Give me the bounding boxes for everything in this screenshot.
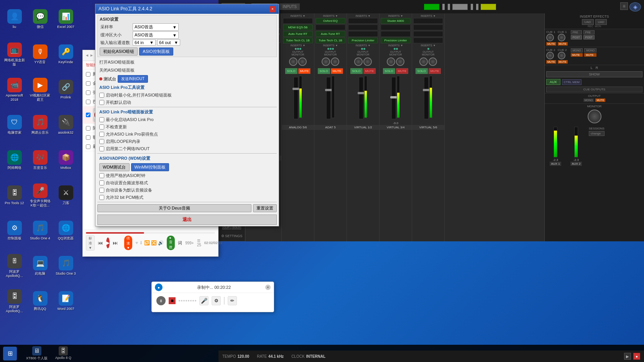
heart-btn-player[interactable]: ♥ (135, 240, 138, 246)
recording-close-btn[interactable]: × (265, 285, 271, 290)
desktop-icon-14[interactable]: 📦 MvBox (53, 143, 78, 177)
mute-button-ch4[interactable]: MUTE (363, 68, 376, 74)
desktop-icon-6[interactable]: 📹 Apowersoft 2018 (2, 72, 27, 107)
desktop-icon-21[interactable]: 🎚 阿波罗Apollo8Q... (2, 249, 27, 283)
knob2-ch4[interactable] (363, 57, 372, 66)
song-checkbox-3[interactable] (86, 90, 90, 95)
default-device-checkbox[interactable]: 自动设备为默认音频设备 (95, 187, 279, 194)
insert-slot-ch6-4[interactable] (413, 38, 443, 43)
pre-btn-1[interactable]: PRE (571, 30, 582, 34)
sample-rate-select[interactable]: ASIO首选 ▼ (133, 23, 179, 31)
insert-slot-ch5-3[interactable] (381, 31, 411, 37)
insert-slot-ch3-2[interactable] (315, 25, 345, 30)
start-button[interactable]: ⊞ (3, 347, 17, 360)
wdm-test-btn[interactable]: WDM测试台 (99, 163, 130, 171)
desktop-icon-0[interactable]: 👤 liu (2, 2, 27, 36)
next-button[interactable]: ⏭ (113, 240, 118, 246)
music-window-nav-fwd[interactable]: ▶ (90, 54, 93, 57)
desktop-icon-5[interactable]: 🔑 KeyFinde (53, 37, 78, 72)
insert-slot-ch2-3[interactable]: Auto-Tune RT (283, 31, 313, 37)
insert-slot-ch6-2[interactable] (413, 25, 443, 30)
tab-inputs[interactable]: INPUTS (279, 3, 300, 10)
song-checkbox-2[interactable] (86, 81, 90, 86)
cue1-knob-left[interactable] (546, 34, 554, 41)
insert-slot-ch6-3[interactable] (413, 31, 443, 37)
show-button[interactable]: SHOW (546, 71, 642, 77)
desktop-icon-4[interactable]: 🎙 YY语音 (28, 37, 53, 72)
insert-slot-ch3-3[interactable]: Auto-Tune RT (315, 31, 345, 37)
strict-clock-checkbox[interactable]: 使用严格的ASIO时钟 (95, 172, 279, 179)
mono-btn-1[interactable]: MONO (571, 48, 583, 52)
knob1-ch6[interactable] (419, 57, 428, 66)
song-checkbox-6[interactable] (86, 126, 90, 131)
sessions-change-btn[interactable]: change (589, 131, 605, 136)
play-btn[interactable]: ▶ (624, 353, 631, 360)
desktop-icon-17[interactable]: ⚔ 刀客 (53, 178, 78, 213)
speed-badge[interactable]: 倍速 ▼ (124, 236, 132, 250)
settings-btn[interactable]: ⚙ SETTINGS (219, 231, 245, 241)
solo-button-ch3[interactable]: SOLO (318, 68, 330, 74)
desktop-icon-10[interactable]: 🎵 网易云音乐 (28, 108, 53, 142)
open-panel-item[interactable]: 打开ASIO暗链面板 (95, 58, 279, 66)
solo-button-ch4[interactable]: SOLO (350, 68, 363, 74)
minimize-startup-checkbox[interactable]: 最小化启动ASIO Link Pro (95, 116, 279, 123)
in-channels-select[interactable]: 64 in ▼ (133, 39, 156, 46)
lyrics-btn[interactable]: 词 (178, 240, 182, 246)
ctrl-mem-button[interactable]: CTRL MEM (562, 79, 582, 85)
desktop-icon-8[interactable]: 🔗 Prolink (53, 72, 78, 107)
about-btn[interactable]: 关于O Deus音频 (97, 204, 251, 212)
knob2-ch6[interactable] (429, 57, 437, 66)
pcm32-checkbox[interactable]: 允许32 bit PCM格式 (95, 194, 279, 201)
no-update-checkbox[interactable]: 不检查更新 (95, 123, 279, 131)
send-in-out-btn[interactable]: 发送IN到OUT (118, 75, 148, 83)
prev-button[interactable]: ⏮ (98, 240, 103, 246)
karaoke-btn[interactable]: ● 音效 (167, 236, 175, 250)
insert-slot-ch5-2[interactable] (381, 25, 411, 30)
desktop-icon-22[interactable]: 💻 此电脑 (28, 249, 53, 283)
output-mute-btn[interactable]: MUTE (595, 98, 605, 102)
mute-btn-cue2-1[interactable]: MUTE (571, 53, 583, 57)
allow-focus-checkbox[interactable]: 允许ASIO Link Pro获得焦点 (95, 131, 279, 138)
song-checkbox-5[interactable] (86, 113, 90, 117)
insert-slot-ch4-2[interactable] (348, 25, 378, 30)
out-channels-select[interactable]: 64 out ▼ (157, 39, 180, 46)
cue2-mute-left[interactable]: MUTE (546, 60, 556, 64)
solo-button-ch6[interactable]: SOLO (416, 68, 428, 74)
recording-stop-btn[interactable]: ■ (169, 297, 176, 304)
desktop-icon-19[interactable]: 🎵 Studio One 4 (28, 213, 53, 248)
aux-button[interactable]: AUX (546, 79, 560, 85)
loop-btn[interactable]: 🔁 (144, 240, 150, 246)
desktop-icon-20[interactable]: 🌐 QQ浏览器 (53, 213, 78, 248)
output-mono-btn[interactable]: MONO (583, 98, 594, 102)
desktop-icon-24[interactable]: 🎛 阿波罗Apollo8Q... (2, 284, 27, 318)
cue2-knob-right[interactable] (558, 52, 565, 59)
play-pause-button[interactable]: ▶ (106, 238, 110, 248)
auto-format-checkbox[interactable]: 自动设置合频波形格式 (95, 179, 279, 187)
desktop-icon-2[interactable]: 📊 Excel 2007 (53, 2, 78, 36)
insert-slot-ch2-1[interactable] (283, 18, 313, 24)
insert-slot-ch3-1[interactable]: Oxford EQ (315, 18, 345, 24)
solo-button-ch5[interactable]: SOLO (383, 68, 395, 74)
cue1-mute-left[interactable]: MUTE (546, 42, 556, 46)
knob1-ch5[interactable] (387, 57, 395, 66)
mute-button-ch3[interactable]: MUTE (331, 68, 343, 74)
mute-button-ch5[interactable]: MUTE (396, 68, 409, 74)
winmm-btn[interactable]: WinMM控制面板 (131, 163, 169, 171)
asio-close-btn[interactable]: × (269, 6, 276, 12)
startup-checkbox[interactable]: 开机默认启动 (95, 99, 279, 106)
taskbar-apollo[interactable]: 🎛 Apollo 8 Q (52, 346, 74, 362)
taskbar-xt800[interactable]: 🖥 XT800 个人版 (23, 346, 51, 362)
desktop-icon-13[interactable]: 🎶 百度音乐 (28, 143, 53, 177)
speed-selector[interactable]: 标准 ▼ (86, 235, 95, 251)
knob2-ch2[interactable] (298, 57, 307, 66)
insert-slot-ch4-3[interactable] (348, 31, 378, 37)
volume-btn[interactable]: 🔊 (158, 240, 164, 246)
cue-outputs-button[interactable]: CUE OUTPUTS (546, 87, 642, 92)
rec-btn[interactable]: ● (633, 353, 640, 360)
mic-icon[interactable]: 🎤 (199, 296, 209, 305)
startup-minimize-checkbox[interactable]: 启动时最小化,并打开ASIO暗链面板 (95, 92, 279, 99)
cue2-knob-left[interactable] (546, 52, 554, 59)
mute-btn-cue2-2[interactable]: MUTE (584, 53, 596, 57)
desktop-icon-12[interactable]: 🌐 阿帅网络 (2, 143, 27, 177)
monitor-knob[interactable] (588, 110, 601, 123)
